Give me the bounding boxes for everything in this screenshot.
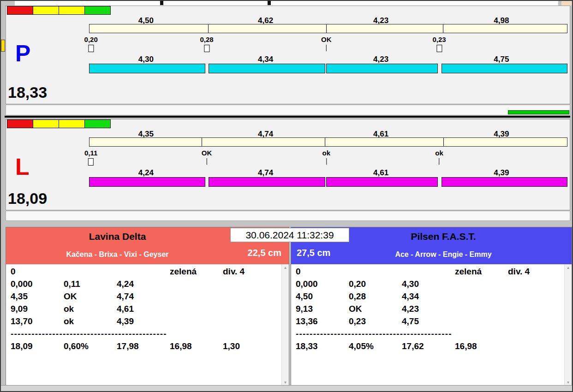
bar-divider	[443, 138, 444, 146]
lane-panel-p: 4,504,624,234,98 0,200,28OK0,23 4,304,34…	[6, 6, 570, 104]
scrollbar[interactable]: ▲ ▼	[281, 264, 289, 386]
table-cell: 4,61	[117, 304, 170, 316]
pass-tick-mark	[326, 158, 327, 165]
table-cell: 1,30	[223, 341, 276, 354]
pass-marker: OK	[202, 149, 212, 166]
pass-marker: 0,11	[84, 149, 97, 167]
pass-marker: ok	[435, 149, 443, 166]
table-cell: 4,75	[402, 316, 455, 329]
results-table[interactable]: 0zelenádiv. 40,0000,204,304,500,284,349,…	[291, 264, 564, 386]
datetime-display: 30.06.2024 11:32:39	[230, 228, 349, 242]
scrollbar[interactable]: ▲ ▼	[564, 264, 572, 386]
table-cell	[170, 279, 223, 291]
table-cell	[170, 316, 223, 329]
team-dogs: Kačena - Brixa - Vixi - Geyser	[6, 250, 229, 259]
progress-strip-l	[6, 211, 570, 221]
table-cell	[455, 291, 508, 304]
team-name: Lavina Delta	[6, 231, 229, 242]
run-row: 13,360,234,75	[296, 316, 564, 329]
table-cell	[508, 341, 561, 354]
summary-row: 18,334,05%17,6216,98	[296, 341, 564, 354]
timing-area: 4,504,624,234,98 0,200,28OK0,23 4,304,34…	[89, 16, 567, 80]
table-cell: 0,20	[349, 279, 402, 291]
team-name: Pilsen F.A.S.T.	[315, 231, 572, 242]
table-cell: 0	[11, 267, 64, 279]
table-cell: zelená	[170, 267, 223, 279]
table-cell: OK	[64, 291, 117, 304]
yellow-light-2	[59, 6, 85, 15]
pass-marker: 0,23	[432, 36, 446, 54]
pass-value: 0,11	[84, 149, 97, 157]
info-row: 0zelenádiv. 4	[296, 267, 564, 279]
table-cell	[455, 279, 508, 291]
timing-area: 4,354,744,614,39 0,11OKokok 4,244,744,61…	[89, 130, 567, 193]
run-row: 0,0000,114,24	[11, 279, 281, 291]
table-cell: 0,23	[349, 316, 402, 329]
pass-value: 0,20	[84, 36, 98, 43]
status-lights	[7, 6, 111, 15]
reference-bar	[89, 137, 567, 147]
pass-checkbox[interactable]	[204, 45, 209, 52]
green-light	[84, 119, 111, 128]
bar-divider	[443, 24, 443, 33]
table-cell: 4,24	[117, 279, 170, 291]
lane-letter: P	[15, 40, 30, 67]
table-cell: 17,62	[402, 341, 455, 354]
table-cell: OK	[349, 304, 402, 316]
window-corner-artifact	[561, 1, 572, 6]
status-lights	[7, 119, 111, 128]
table-cell	[455, 304, 508, 316]
red-light	[7, 6, 33, 15]
run-row: 13,70ok4,39	[11, 316, 281, 329]
table-cell: 4,34	[402, 291, 455, 304]
table-cell	[223, 279, 276, 291]
table-cell: 0,000	[296, 279, 349, 291]
table-cell: 18,33	[296, 341, 349, 354]
results-table[interactable]: 0zelenádiv. 40,0000,114,244,35OK4,749,09…	[6, 264, 281, 386]
reference-bar	[89, 24, 567, 33]
time-segment	[89, 177, 205, 187]
table-cell	[223, 304, 276, 316]
table-cell	[223, 291, 276, 304]
lane-total-time: 18,09	[8, 190, 47, 208]
window-artifact-icon	[268, 1, 271, 5]
pass-tick-mark	[207, 158, 207, 165]
table-cell	[455, 316, 508, 329]
table-cell	[349, 267, 402, 279]
scroll-up-icon[interactable]: ▲	[282, 264, 289, 272]
scroll-up-icon[interactable]: ▲	[565, 264, 572, 272]
green-light	[84, 6, 111, 15]
table-cell	[508, 279, 561, 291]
split-time-value: 4,75	[494, 55, 509, 64]
pass-tick-mark	[439, 158, 440, 165]
table-cell: 4,35	[11, 291, 64, 304]
split-time-value: 4,24	[138, 168, 154, 178]
time-segment	[442, 177, 567, 187]
table-cell: 4,39	[117, 316, 170, 329]
time-bar	[89, 64, 567, 73]
pass-checkbox[interactable]	[436, 45, 442, 52]
summary-row: 18,090,60%17,9816,981,30	[11, 341, 281, 354]
split-time-value: 4,34	[258, 55, 273, 64]
table-cell: 4,05%	[349, 341, 402, 354]
table-cell: 4,23	[402, 304, 455, 316]
time-segment	[326, 64, 438, 73]
pass-marker: 0,28	[200, 36, 213, 54]
table-cell: 13,70	[11, 316, 64, 329]
edge-marker	[1, 40, 5, 52]
split-time-value: 4,39	[494, 168, 509, 178]
table-cell: 16,98	[455, 341, 508, 354]
bar-divider	[325, 138, 325, 146]
split-time-value: 4,61	[373, 168, 388, 178]
table-cell	[64, 267, 117, 279]
table-cell: 4,50	[296, 291, 349, 304]
pass-checkbox[interactable]	[88, 45, 94, 52]
pass-checkbox[interactable]	[88, 158, 94, 166]
table-cell	[402, 267, 455, 279]
table-cell: 18,09	[11, 341, 64, 354]
table-cell	[508, 316, 561, 329]
run-row: 0,0000,204,30	[296, 279, 564, 291]
separator-row: ----------------------------------------…	[296, 329, 564, 341]
table-cell: div. 4	[223, 267, 276, 279]
time-segment	[209, 177, 325, 187]
